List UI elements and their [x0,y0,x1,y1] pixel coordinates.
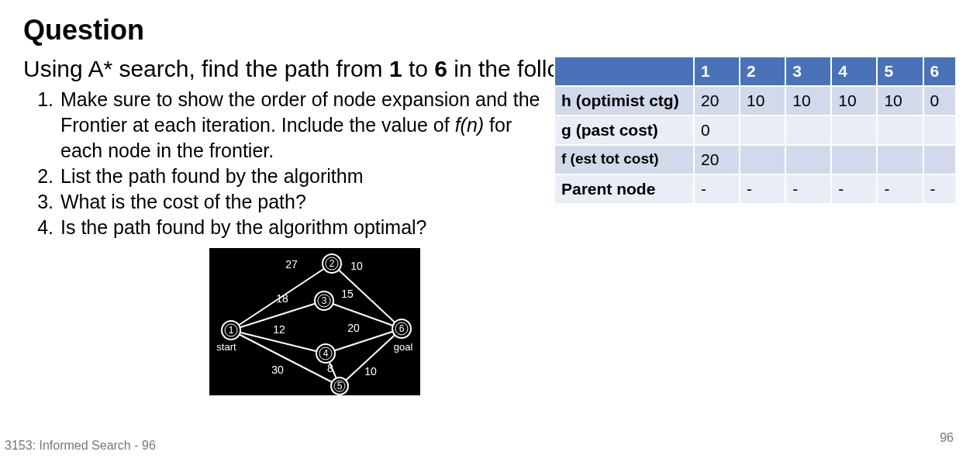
row-label: Parent node [554,174,694,204]
table-row: g (past cost)0 [554,116,956,145]
slide-title: Question [23,14,957,47]
question-item-2: List the path found by the algorithm [59,164,547,189]
table-cell: - [923,174,956,204]
table-cell: 20 [694,86,740,116]
edge-weight: 12 [273,323,285,336]
prompt-goal-node: 6 [434,56,447,81]
th-1: 1 [694,57,740,86]
th-3: 3 [785,57,831,86]
th-4: 4 [831,57,877,86]
edge-weight: 10 [350,260,363,272]
th-6: 6 [923,57,956,86]
table-row: f (est tot cost)20 [554,145,956,174]
table-row: Parent node------ [554,174,956,204]
table-cell: 20 [694,145,740,174]
edge-weight: 30 [271,364,284,376]
table-cell: 10 [831,86,877,116]
table-cell: - [785,174,831,204]
start-label: start [216,341,236,353]
prompt-start-node: 1 [389,56,402,81]
graph-figure: 27181230101520108123456startgoal [209,248,420,395]
question-item-1: Make sure to show the order of node expa… [59,87,547,164]
table-cell: - [831,174,877,204]
table-row: h (optimist ctg)20101010100 [554,86,956,116]
table-cell [785,116,831,145]
question-list: Make sure to show the order of node expa… [23,87,547,240]
table-cell [877,116,923,145]
slide-number: 96 [940,431,954,445]
th-2: 2 [740,57,785,86]
table-header-row: 1 2 3 4 5 6 [554,57,956,86]
q1-fn: f(n) [455,114,485,136]
prompt-seg-1: Using A* search, find the path from [23,56,389,81]
row-label: h (optimist ctg) [554,86,694,116]
node-label: 2 [330,258,335,269]
edge-weight: 15 [341,288,354,300]
node-label: 5 [337,381,343,391]
graph-svg: 27181230101520108123456startgoal [209,248,420,395]
table-cell: 10 [785,86,831,116]
table-cell: - [877,174,923,204]
th-5: 5 [877,57,923,86]
footer-left: 3153: Informed Search - 96 [5,439,156,453]
table-cell: 0 [923,86,956,116]
table-cell [831,145,877,174]
row-label: g (past cost) [554,116,694,145]
goal-label: goal [394,341,413,353]
table-cell: 10 [740,86,785,116]
th-blank [554,57,694,86]
node-label: 1 [229,325,234,336]
question-item-4: Is the path found by the algorithm optim… [59,215,547,240]
node-label: 3 [322,295,327,306]
row-label: f (est tot cost) [554,145,694,174]
table-cell [740,116,785,145]
table-cell: 10 [877,86,923,116]
table-cell [785,145,831,174]
table-cell [923,116,956,145]
question-item-3: What is the cost of the path? [59,189,547,215]
table-cell [923,145,956,174]
table-cell: - [694,174,740,204]
edge-weight: 27 [285,258,298,271]
edge-weight: 10 [364,365,377,378]
edge-weight: 20 [347,322,360,334]
prompt-seg-2: to [402,56,435,81]
node-label: 4 [323,348,329,359]
table-cell [877,145,923,174]
heuristic-table: 1 2 3 4 5 6 h (optimist ctg)20101010100g… [554,56,957,205]
table-cell [831,116,877,145]
table-cell [740,145,785,174]
edge-weight: 8 [327,362,333,374]
table-cell: 0 [694,116,740,145]
table-cell: - [740,174,785,204]
table-body: h (optimist ctg)20101010100g (past cost)… [554,86,956,204]
node-label: 6 [399,323,405,334]
edge-weight: 18 [276,292,288,305]
